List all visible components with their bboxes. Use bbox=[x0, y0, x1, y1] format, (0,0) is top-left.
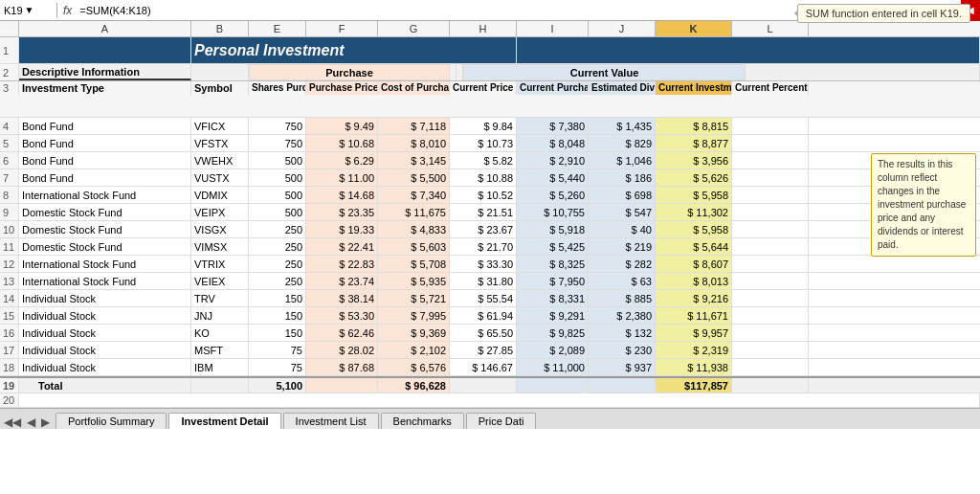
pps-cell: $ 10.68 bbox=[306, 135, 378, 151]
cost-cell: $ 5,603 bbox=[378, 238, 450, 255]
shares-cell: 150 bbox=[249, 290, 306, 306]
total-f bbox=[306, 378, 378, 393]
tab-nav-left[interactable]: ◀ bbox=[27, 415, 35, 429]
pps-cell: $ 23.74 bbox=[306, 273, 378, 289]
tabs-container: Portfolio SummaryInvestment DetailInvest… bbox=[56, 413, 538, 429]
edp-cell: $ 1,046 bbox=[589, 152, 656, 168]
row-num-9: 9 bbox=[0, 204, 19, 220]
col-header-g[interactable]: G bbox=[378, 21, 450, 36]
pps-cell: $ 9.49 bbox=[306, 118, 378, 134]
title-row: 1 Personal Investment bbox=[0, 37, 980, 64]
civ-cell: $ 9,957 bbox=[656, 325, 732, 341]
total-h bbox=[450, 378, 517, 393]
row-num-16: 16 bbox=[0, 325, 19, 341]
col-header-l[interactable]: L bbox=[732, 21, 809, 36]
title-spacer bbox=[517, 37, 980, 63]
edp-cell: $ 63 bbox=[589, 273, 656, 289]
current-purchase-value-header: Current Purchase Value bbox=[517, 81, 589, 95]
cpv-cell: $ 5,425 bbox=[517, 238, 589, 255]
cpv-cell: $ 11,000 bbox=[517, 359, 589, 375]
edp-cell: $ 40 bbox=[589, 221, 656, 237]
table-row: 10 Domestic Stock Fund VISGX 250 $ 19.33… bbox=[0, 221, 980, 238]
total-l bbox=[732, 378, 809, 393]
row-num-14: 14 bbox=[0, 290, 19, 306]
col-header-e[interactable]: E bbox=[249, 21, 306, 36]
col-header-j[interactable]: J bbox=[589, 21, 656, 36]
pps-cell: $ 62.46 bbox=[306, 325, 378, 341]
cost-cell: $ 7,118 bbox=[378, 118, 450, 134]
symbol-header: Symbol bbox=[191, 81, 249, 96]
cell-reference[interactable]: K19 ▼ bbox=[0, 3, 57, 18]
cp-cell: $ 9.84 bbox=[450, 118, 517, 134]
table-row: 5 Bond Fund VFSTX 750 $ 10.68 $ 8,010 $ … bbox=[0, 135, 980, 152]
col-header-a[interactable]: A bbox=[19, 21, 191, 36]
current-percent-header: Current Percent of Portfolio bbox=[732, 81, 809, 95]
civ-cell: $ 8,877 bbox=[656, 135, 732, 151]
section-header-row: 2 Descriptive Information Purchase Curre… bbox=[0, 64, 980, 81]
symbol-cell: VFICX bbox=[191, 118, 249, 134]
table-row: 12 International Stock Fund VTRIX 250 $ … bbox=[0, 256, 980, 273]
total-j bbox=[589, 378, 656, 393]
col-header-f[interactable]: F bbox=[306, 21, 378, 36]
table-row: 4 Bond Fund VFICX 750 $ 9.49 $ 7,118 $ 9… bbox=[0, 118, 980, 135]
shares-cell: 500 bbox=[249, 187, 306, 203]
investment-type-cell: Individual Stock bbox=[19, 359, 191, 375]
row-num-12: 12 bbox=[0, 256, 19, 272]
tab-investment-list[interactable]: Investment List bbox=[283, 413, 379, 429]
civ-cell: $ 3,956 bbox=[656, 152, 732, 168]
total-row: 19 Total 5,100 $ 96,628 $117,857 bbox=[0, 376, 980, 393]
civ-cell: $ 5,958 bbox=[656, 221, 732, 237]
row-20: 20 bbox=[0, 393, 980, 408]
row-num-7: 7 bbox=[0, 169, 19, 186]
row-20-spacer bbox=[19, 393, 980, 407]
symbol-cell: JNJ bbox=[191, 307, 249, 324]
col-header-i[interactable]: I bbox=[517, 21, 589, 36]
cost-cell: $ 5,721 bbox=[378, 290, 450, 306]
symbol-cell: VEIEX bbox=[191, 273, 249, 289]
civ-cell: $ 5,644 bbox=[656, 238, 732, 255]
table-row: 17 Individual Stock MSFT 75 $ 28.02 $ 2,… bbox=[0, 342, 980, 359]
tab-nav-right[interactable]: ▶ bbox=[41, 415, 50, 429]
row-num-13: 13 bbox=[0, 273, 19, 289]
row-num-20: 20 bbox=[0, 393, 19, 407]
investment-type-cell: Bond Fund bbox=[19, 169, 191, 186]
col-header-b[interactable]: B bbox=[191, 21, 249, 36]
tab-benchmarks[interactable]: Benchmarks bbox=[381, 413, 464, 429]
spreadsheet: A B E F G H I J K L 1 Personal Investmen… bbox=[0, 21, 980, 408]
row-num-6: 6 bbox=[0, 152, 19, 168]
symbol-cell: KO bbox=[191, 325, 249, 341]
cp-cell: $ 10.73 bbox=[450, 135, 517, 151]
civ-cell: $ 8,013 bbox=[656, 273, 732, 289]
shares-cell: 250 bbox=[249, 221, 306, 237]
col-header-h[interactable]: H bbox=[450, 21, 517, 36]
cpv-cell: $ 7,950 bbox=[517, 273, 589, 289]
tab-price-dati[interactable]: Price Dati bbox=[466, 413, 537, 429]
cpv-cell: $ 7,380 bbox=[517, 118, 589, 134]
cp-cell: $ 10.88 bbox=[450, 169, 517, 186]
symbol-cell: VFSTX bbox=[191, 135, 249, 151]
tab-investment-detail[interactable]: Investment Detail bbox=[168, 413, 280, 429]
symbol-cell: VEIPX bbox=[191, 204, 249, 220]
col-header-row-num bbox=[0, 21, 19, 36]
row-num-3: 3 bbox=[0, 81, 19, 95]
pps-label: Purchase Price per Share bbox=[309, 82, 378, 94]
civ-cell: $ 8,607 bbox=[656, 256, 732, 272]
cost-cell: $ 8,010 bbox=[378, 135, 450, 151]
edp-cell: $ 219 bbox=[589, 238, 656, 255]
col-header-k[interactable]: K bbox=[656, 21, 732, 36]
total-label: Total bbox=[19, 378, 191, 393]
tab-nav-prev[interactable]: ◀◀ bbox=[4, 415, 21, 429]
row-num-18: 18 bbox=[0, 359, 19, 375]
cost-cell: $ 5,708 bbox=[378, 256, 450, 272]
row-num-19: 19 bbox=[0, 378, 19, 393]
cell-ref-value: K19 bbox=[4, 5, 23, 16]
cpv-cell: $ 8,331 bbox=[517, 290, 589, 306]
civ-cell: $ 11,938 bbox=[656, 359, 732, 375]
tabs-bar: ◀◀ ◀ ▶ Portfolio SummaryInvestment Detai… bbox=[0, 408, 980, 429]
cost-cell: $ 2,102 bbox=[378, 342, 450, 358]
row2-spacer bbox=[746, 64, 980, 80]
cp-cell: $ 21.70 bbox=[450, 238, 517, 255]
symbol-cell: VUSTX bbox=[191, 169, 249, 186]
tab-portfolio-summary[interactable]: Portfolio Summary bbox=[56, 413, 167, 429]
cpv-cell: $ 2,910 bbox=[517, 152, 589, 168]
